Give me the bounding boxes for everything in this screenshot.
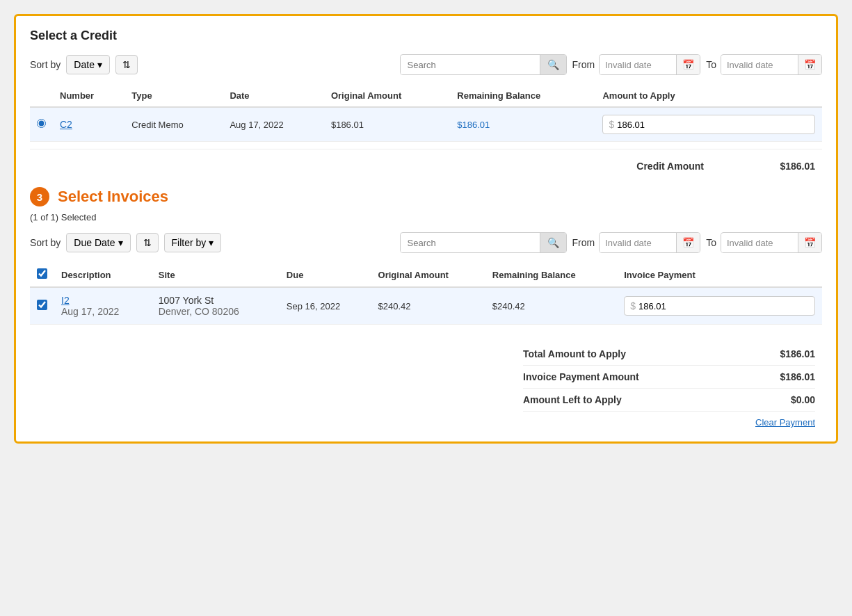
search-wrapper: 🔍 [400,54,567,75]
step-badge: 3 [30,187,49,206]
section3-header: 3 Select Invoices [30,187,822,206]
invoice-payment-input[interactable] [638,301,809,311]
col-header-number: Number [53,85,124,107]
chevron-down-icon-2: ▾ [118,237,123,248]
clear-payment-link[interactable]: Clear Payment [755,417,815,428]
invoice-table-header-row: Description Site Due Original Amount Rem… [30,263,822,287]
search-button-2[interactable]: 🔍 [540,233,566,252]
invoice-site-cell: 1007 York St Denver, CO 80206 [152,287,280,325]
invoice-table: Description Site Due Original Amount Rem… [30,263,822,325]
credit-amount-label: Credit Amount [636,161,704,172]
col-header-remaining-balance: Remaining Balance [450,85,595,107]
sort-label-2: Sort by [30,237,61,248]
from-date-input[interactable] [600,56,676,74]
from-date-range-2: From 📅 [572,232,701,253]
credit-remaining-balance-cell: $186.01 [450,107,595,142]
from-date-range: From 📅 [572,54,701,75]
search-input[interactable] [401,56,540,74]
radio-cell [30,107,53,142]
total-amount-label: Total Amount to Apply [523,348,626,359]
invoice-due-cell: Sep 16, 2022 [280,287,371,325]
col-header-original-amount: Original Amount [324,85,450,107]
amount-left-value: $0.00 [791,394,815,405]
to-date-range: To 📅 [706,54,822,75]
col-header-inv-remaining-balance: Remaining Balance [485,263,617,287]
dollar-sign: $ [609,119,614,130]
calendar-icon: 📅 [682,59,694,70]
invoice-sub-date: Aug 17, 2022 [61,306,145,317]
section3-title: Select Invoices [58,188,168,206]
invoice-payment-cell: $ [617,287,822,325]
credit-date-cell: Aug 17, 2022 [223,107,324,142]
total-amount-value: $186.01 [780,348,815,359]
row-checkbox[interactable] [37,300,47,310]
invoice-remaining-balance-cell: $240.42 [485,287,617,325]
credit-original-amount-cell: $186.01 [324,107,450,142]
col-header-site: Site [152,263,280,287]
amount-left-label: Amount Left to Apply [523,394,622,405]
credit-table: Number Type Date Original Amount Remaini… [30,85,822,142]
credit-amount-value: $186.01 [759,161,815,172]
amount-to-apply-input[interactable] [617,120,809,130]
chevron-down-icon: ▾ [97,59,102,70]
sort-date-label: Date [74,59,95,70]
from-date-wrapper-2: 📅 [599,232,700,253]
search-button[interactable]: 🔍 [540,55,566,74]
from-label-2: From [572,237,595,248]
filter-by-button[interactable]: Filter by ▾ [164,233,222,252]
calendar-icon-2: 📅 [804,59,816,70]
invoice-payment-label: Invoice Payment Amount [523,371,639,382]
to-calendar-button[interactable]: 📅 [798,55,821,74]
to-date-input[interactable] [721,56,798,74]
invoice-payment-amount-value: $186.01 [780,371,815,382]
sort-toggle-button[interactable]: ⇅ [115,55,138,74]
credit-number-link[interactable]: C2 [60,119,72,130]
to-calendar-button-2[interactable]: 📅 [798,233,821,252]
invoice-original-amount-cell: $240.42 [371,287,485,325]
selected-label: (1 of 1) Selected [30,212,822,222]
amount-to-apply-wrapper: $ [602,115,815,134]
sort-toggle-button-2[interactable]: ⇅ [136,233,159,252]
to-date-wrapper: 📅 [721,54,822,75]
search-input-2[interactable] [401,234,540,252]
section3-toolbar: Sort by Due Date ▾ ⇅ Filter by ▾ 🔍 From … [30,232,822,253]
col-header-invoice-payment: Invoice Payment [617,263,822,287]
from-calendar-button-2[interactable]: 📅 [676,233,700,252]
checkbox-cell [30,287,54,325]
credit-amount-row: Credit Amount $186.01 [30,149,822,183]
to-date-input-2[interactable] [721,234,798,252]
credit-table-header-row: Number Type Date Original Amount Remaini… [30,85,822,107]
to-label: To [706,59,716,70]
invoice-site-line2: Denver, CO 80206 [159,306,273,317]
sort-arrows-icon-2: ⇅ [143,237,152,248]
from-calendar-button[interactable]: 📅 [676,55,700,74]
page-title: Select a Credit [30,29,822,43]
row-radio[interactable] [37,119,46,128]
col-header-select [30,85,53,107]
sort-date-button[interactable]: Date ▾ [66,55,110,74]
to-label-2: To [706,237,716,248]
filter-by-label: Filter by [172,237,207,248]
from-label: From [572,59,595,70]
col-header-type: Type [124,85,223,107]
summary-row-amount-left: Amount Left to Apply $0.00 [523,389,815,412]
invoice-number-link[interactable]: I2 [61,295,70,306]
dollar-sign-2: $ [630,300,636,311]
col-header-amount-to-apply: Amount to Apply [595,85,822,107]
search-icon-2: 🔍 [547,237,559,248]
credit-type-cell: Credit Memo [124,107,223,142]
select-all-checkbox[interactable] [37,268,47,279]
calendar-icon-4: 📅 [804,237,816,248]
summary-row-invoice-payment: Invoice Payment Amount $186.01 [523,366,815,389]
section1-toolbar: Sort by Date ▾ ⇅ 🔍 From 📅 To [30,54,822,75]
credit-amount-to-apply-cell: $ [595,107,822,142]
from-date-input-2[interactable] [600,234,676,252]
from-date-wrapper: 📅 [599,54,700,75]
col-header-date: Date [223,85,324,107]
sort-due-date-label: Due Date [74,237,115,248]
sort-due-date-button[interactable]: Due Date ▾ [66,233,130,252]
to-date-wrapper-2: 📅 [721,232,822,253]
invoice-description-cell: I2 Aug 17, 2022 [54,287,152,325]
credit-number-cell: C2 [53,107,124,142]
invoice-site-line1: 1007 York St [159,295,273,306]
